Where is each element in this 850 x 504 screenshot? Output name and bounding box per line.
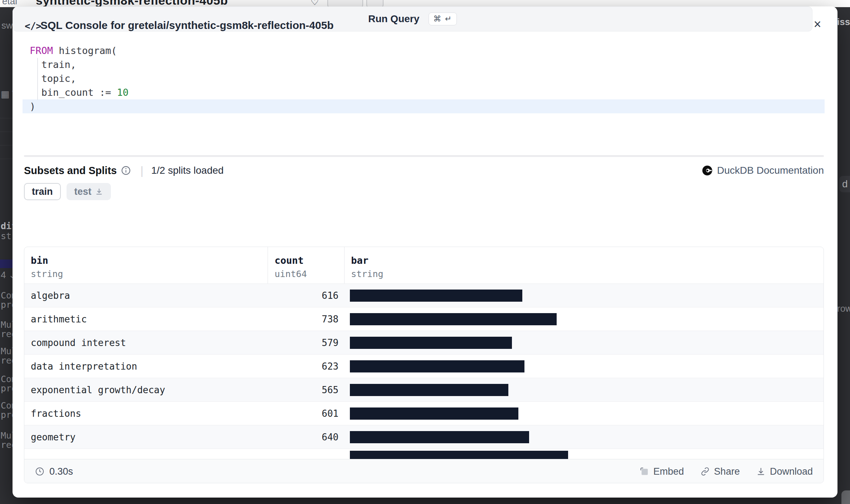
bar-cell (344, 360, 824, 372)
bin-cell: data interpretation (24, 361, 268, 372)
link-icon (700, 467, 710, 476)
table-body: algebra616arithmetic738compound interest… (24, 283, 824, 449)
info-icon[interactable] (121, 165, 131, 176)
table-row[interactable]: geometry640 (24, 425, 824, 449)
bar-cell (344, 407, 824, 420)
table-row[interactable]: fractions601 (24, 401, 824, 425)
sql-editor[interactable]: FROM histogram( train, topic, bin_count … (13, 44, 837, 113)
indent-guide (37, 58, 38, 100)
background-page-header: etal synthetic-gsm8k-reflection-405b ♡ (0, 0, 850, 7)
split-button-train[interactable]: train (24, 183, 61, 200)
count-cell: 579 (268, 337, 344, 348)
background-text-fragment: issa (837, 16, 850, 28)
table-header-row: bin string count uint64 bar string (24, 247, 824, 283)
bar-cell (344, 431, 824, 443)
table-row[interactable]: compound interest579 (24, 331, 824, 354)
background-button-fragment: d (839, 176, 850, 192)
subsets-and-splits-row: Subsets and Splits | 1/2 splits loaded D… (24, 163, 826, 178)
background-text-fragment: row (837, 303, 850, 314)
duration-label: 0.30s (49, 466, 73, 477)
download-icon (95, 188, 103, 196)
count-cell: 738 (268, 314, 344, 325)
column-header-count: count uint64 (268, 247, 344, 283)
share-button[interactable]: Share (700, 466, 740, 477)
background-dataset-namespace: etal (2, 0, 17, 7)
table-footer: 0.30s Embed Share (24, 459, 824, 483)
background-dataset-title: synthetic-gsm8k-reflection-405b (36, 0, 228, 7)
splits-loaded-status: 1/2 splits loaded (151, 165, 224, 176)
clock-icon (35, 467, 44, 476)
bin-cell: compound interest (24, 337, 268, 348)
count-cell: 623 (268, 361, 344, 372)
bar-cell (344, 384, 824, 396)
table-row[interactable]: algebra616 (24, 283, 824, 307)
column-header-bin: bin string (24, 247, 268, 283)
bin-cell: algebra (24, 290, 268, 301)
results-table: bin string count uint64 bar string algeb… (24, 247, 824, 483)
download-icon (756, 467, 766, 476)
count-cell: 565 (268, 385, 344, 395)
bin-cell: arithmetic (24, 314, 268, 325)
bin-cell: exponential growth/decay (24, 385, 268, 395)
split-button-test[interactable]: test (67, 183, 111, 200)
embed-icon (640, 467, 649, 476)
code-line[interactable]: ) (23, 99, 825, 113)
embed-button[interactable]: Embed (640, 466, 684, 477)
background-text-fragment: sw (1, 20, 13, 31)
table-row[interactable]: arithmetic738 (24, 307, 824, 331)
count-cell: 616 (268, 290, 344, 301)
sql-console-modal: </> SQL Console for gretelai/synthetic-g… (13, 6, 837, 498)
bar-cell (350, 451, 568, 459)
count-cell: 601 (268, 408, 344, 419)
code-icon: </> (25, 21, 41, 31)
bar-cell (344, 290, 824, 302)
code-line[interactable]: bin_count := 10 (13, 85, 837, 99)
code-line[interactable]: train, (13, 58, 837, 71)
close-icon[interactable]: × (810, 16, 825, 32)
column-header-bar: bar string (344, 247, 824, 283)
doc-link-label: DuckDB Documentation (717, 165, 824, 176)
duckdb-logo-icon (702, 165, 713, 176)
run-query-label: Run Query (368, 13, 419, 25)
code-line[interactable]: FROM histogram( (13, 44, 837, 58)
query-duration: 0.30s (35, 466, 73, 477)
run-query-shortcut: ⌘ ↵ (429, 13, 457, 25)
table-row-clipped (24, 449, 824, 459)
background-corner-shape (841, 490, 850, 504)
divider: | (140, 164, 143, 177)
background-selected-band (0, 260, 13, 268)
table-row[interactable]: data interpretation623 (24, 354, 824, 378)
count-cell: 640 (268, 432, 344, 443)
bar-cell (344, 313, 824, 325)
duckdb-documentation-link[interactable]: DuckDB Documentation (702, 163, 824, 178)
download-button[interactable]: Download (756, 466, 813, 477)
split-buttons: traintest (24, 183, 111, 200)
editor-resize-handle[interactable] (24, 155, 824, 157)
bin-cell: fractions (24, 408, 268, 419)
bar-cell (344, 337, 824, 349)
code-line[interactable]: topic, (13, 71, 837, 85)
modal-title: SQL Console for gretelai/synthetic-gsm8k… (40, 19, 334, 31)
heart-icon: ♡ (311, 0, 319, 7)
bin-cell: geometry (24, 432, 268, 443)
table-row[interactable]: exponential growth/decay565 (24, 378, 824, 401)
background-like-count (366, 0, 384, 7)
background-like-button (327, 0, 363, 7)
subsets-label: Subsets and Splits (24, 165, 117, 177)
